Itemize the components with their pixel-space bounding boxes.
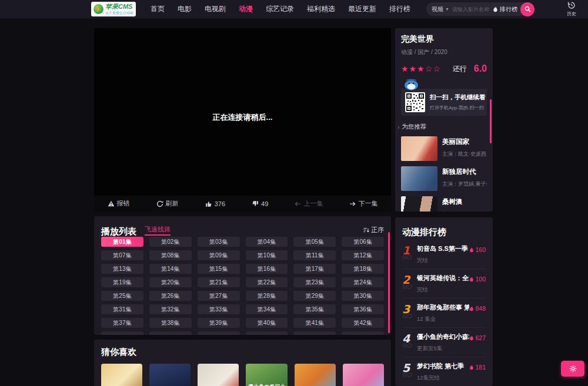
episode-button[interactable]: 第23集 — [293, 277, 336, 287]
menu-item[interactable]: 福利精选 — [300, 0, 342, 18]
episode-button[interactable]: 第41集 — [293, 318, 336, 328]
episode-button-partial[interactable] — [149, 331, 192, 335]
episode-button[interactable]: 第29集 — [293, 291, 336, 301]
report-error-label: 报错 — [117, 199, 130, 208]
poster-thumbnail[interactable]: 僵小鱼の奇幻小森林 — [246, 364, 287, 386]
episode-button[interactable]: 第26集 — [149, 291, 192, 301]
episode-button[interactable]: 第01集 — [101, 237, 143, 247]
episode-button[interactable]: 第22集 — [246, 277, 288, 287]
episode-button[interactable]: 第04集 — [246, 237, 288, 247]
menu-item[interactable]: 动漫 — [232, 0, 259, 18]
next-episode-label: 下一集 — [358, 199, 377, 208]
episode-button[interactable]: 第30集 — [342, 291, 384, 301]
sort-order-label: 正序 — [371, 226, 384, 234]
history-button[interactable]: 历史 — [564, 1, 579, 17]
menu-item[interactable]: 综艺记录 — [259, 0, 300, 18]
episode-button[interactable]: 第03集 — [198, 237, 240, 247]
dislike-button[interactable]: 49 — [252, 200, 268, 207]
prev-episode-button[interactable]: 上一集 — [295, 199, 323, 208]
site-logo[interactable]: 苹果CMS 永久免费全自动采集 — [91, 2, 136, 16]
poster-thumbnail[interactable]: 兔 — [198, 364, 239, 386]
episode-button[interactable]: 第05集 — [293, 237, 336, 247]
episode-button-partial[interactable] — [101, 331, 143, 335]
episode-button-partial[interactable] — [198, 331, 240, 335]
episode-button[interactable]: 第11集 — [293, 250, 336, 260]
episode-button[interactable]: 第36集 — [342, 304, 384, 314]
episode-button[interactable]: 第27集 — [198, 291, 240, 301]
episode-button[interactable]: 第37集 — [101, 318, 143, 328]
episode-button[interactable]: 第12集 — [342, 250, 384, 260]
episode-button[interactable]: 第15集 — [198, 264, 240, 274]
recommend-item[interactable]: 桑树澳 主演：TriciaJoHoffman,Ba... — [401, 196, 487, 212]
episode-button[interactable]: 第32集 — [149, 304, 192, 314]
episode-button[interactable]: 第40集 — [246, 318, 288, 328]
menu-item[interactable]: 首页 — [144, 0, 171, 18]
search-rank-link[interactable]: 排行榜 — [493, 5, 520, 14]
ranking-item[interactable]: NO 4 僵小鱼的奇幻小森林 更新至5集 627 — [402, 327, 486, 357]
menu-item[interactable]: 排行榜 — [383, 0, 417, 18]
ranking-item[interactable]: NO 1 初音岛 S.S第一季 完结 160 — [402, 240, 486, 268]
recommend-title: 为您推荐 — [402, 123, 426, 131]
episode-button[interactable]: 第16集 — [246, 264, 288, 274]
episode-button[interactable]: 第13集 — [101, 264, 143, 274]
recommend-arrow-icon[interactable]: › — [397, 124, 399, 130]
episode-button[interactable]: 第10集 — [246, 250, 288, 260]
episode-button[interactable]: 第21集 — [198, 277, 240, 287]
episode-button[interactable]: 第35集 — [293, 304, 336, 314]
episode-button-partial[interactable] — [293, 331, 336, 335]
menu-item[interactable]: 最近更新 — [342, 0, 383, 18]
search-category-dropdown[interactable]: 视频 ▼ — [432, 5, 449, 14]
next-episode-button[interactable]: 下一集 — [349, 199, 377, 208]
report-error-button[interactable]: 报错 — [108, 199, 130, 208]
poster-thumbnail[interactable] — [343, 364, 384, 386]
like-button[interactable]: 376 — [205, 200, 225, 207]
episode-button[interactable]: 第39集 — [198, 318, 240, 328]
episode-button[interactable]: 第28集 — [246, 291, 288, 301]
ranking-item[interactable]: NO 5 梦幻书院 第七季 12集完结 181 — [402, 357, 486, 386]
episode-button[interactable]: 第14集 — [149, 264, 192, 274]
ranking-item-status: 更新至5集 — [417, 345, 469, 353]
episode-button[interactable]: 第38集 — [149, 318, 192, 328]
episode-button[interactable]: 第33集 — [198, 304, 240, 314]
playlist-line-tab[interactable]: 飞速线路 — [145, 226, 171, 236]
episode-button[interactable]: 第17集 — [293, 264, 336, 274]
episode-button[interactable]: 第25集 — [101, 291, 143, 301]
ranking-item[interactable]: NO 3 那年那兔那些事 第二... 12 集全 848 — [402, 298, 486, 327]
episode-button[interactable]: 第18集 — [342, 264, 384, 274]
recommend-item[interactable]: 美丽国家 主演：凯文·史派西,安妮特... — [401, 136, 487, 161]
ranking-number-value: 5 — [402, 361, 410, 374]
poster-thumbnail[interactable] — [149, 364, 191, 386]
episode-button[interactable]: 第06集 — [342, 237, 384, 247]
star-rating[interactable]: ★★★☆☆ — [401, 65, 441, 73]
recommend-scrollbar[interactable] — [490, 99, 492, 143]
playlist-scrollbar[interactable] — [388, 232, 390, 333]
sort-order-button[interactable]: 正序 — [363, 226, 384, 236]
episode-button-partial[interactable] — [342, 331, 384, 335]
search-button[interactable] — [520, 2, 534, 16]
episode-button[interactable]: 第20集 — [149, 277, 192, 287]
episode-button[interactable]: 第08集 — [149, 250, 192, 260]
recommend-item[interactable]: 新独居时代 主演：罗慧娟,黄子华,甄楚倩... — [401, 166, 487, 191]
refresh-button[interactable]: 刷新 — [156, 199, 179, 208]
episode-button-partial[interactable] — [246, 331, 288, 335]
ranking-item-count: 627 — [475, 334, 486, 341]
poster-thumbnail[interactable] — [295, 364, 336, 386]
episode-button[interactable]: 第42集 — [342, 318, 384, 328]
episode-button[interactable]: 第07集 — [101, 250, 143, 260]
episode-button[interactable]: 第19集 — [101, 277, 143, 287]
menu-item[interactable]: 电影 — [171, 0, 198, 18]
search-input[interactable] — [449, 6, 493, 12]
episode-button[interactable]: 第09集 — [198, 250, 240, 260]
episode-button[interactable]: 第34集 — [246, 304, 288, 314]
episode-button[interactable]: 第31集 — [101, 304, 143, 314]
movie-title: 完美世界 — [401, 34, 487, 45]
ranking-item[interactable]: NO 2 银河英雄传说：全新... 完结 100 — [402, 268, 486, 298]
theme-settings-fab[interactable] — [561, 361, 584, 377]
ranking-item-heat: 848 — [469, 305, 486, 312]
episode-button[interactable]: 第02集 — [149, 237, 192, 247]
poster-thumbnail[interactable] — [101, 364, 142, 386]
qr-subtitle: 打开手机App-我的-扫一扫 — [430, 105, 486, 111]
episode-button[interactable]: 第24集 — [342, 277, 384, 287]
menu-item[interactable]: 电视剧 — [198, 0, 232, 18]
video-player[interactable]: 正在连接请稍后... 报错 刷新 376 49 上一集 下一集 — [94, 28, 391, 212]
